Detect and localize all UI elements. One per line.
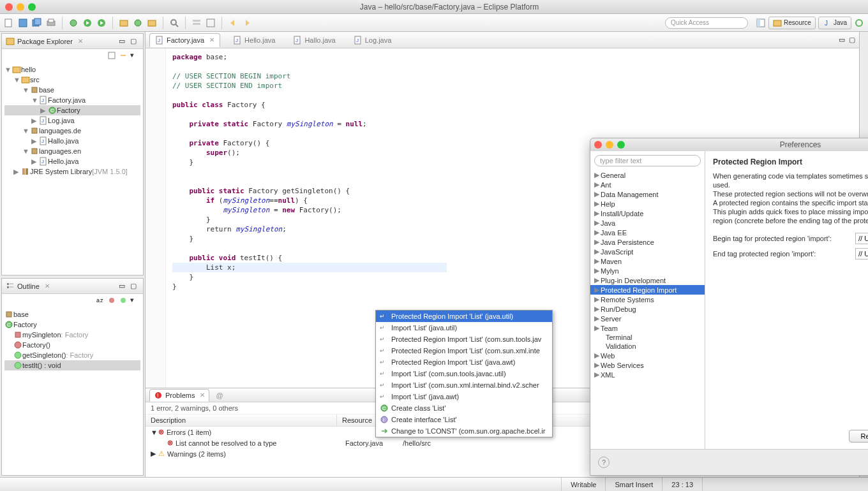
minimize-icon[interactable]: ▭ — [839, 36, 845, 43]
close-icon[interactable]: ✕ — [200, 392, 205, 399]
prefs-tree-node[interactable]: ▶JavaScript — [590, 247, 705, 256]
mark-occurrences-icon[interactable] — [206, 18, 216, 28]
forward-icon[interactable] — [242, 18, 252, 28]
maximize-icon[interactable]: ▢ — [130, 282, 139, 291]
close-icon[interactable]: ✕ — [45, 282, 50, 289]
collapse-all-icon[interactable] — [107, 51, 116, 60]
tree-node[interactable]: ▶J Log.java — [4, 115, 140, 126]
prefs-tree-node[interactable]: ▶Java Persistence — [590, 237, 705, 247]
maximize-icon[interactable]: ▢ — [849, 36, 855, 43]
perspective-java[interactable]: JJava — [818, 17, 851, 29]
new-package-icon[interactable] — [119, 18, 129, 28]
quickfix-item[interactable]: ↵Import 'List' (com.sun.tools.javac.util… — [376, 368, 552, 379]
toggle-breadcrumb-icon[interactable] — [191, 18, 202, 28]
prefs-tree-node[interactable]: ▶Web — [590, 351, 705, 360]
prefs-tree-node[interactable]: ▶Install/Update — [590, 209, 705, 218]
prefs-filter-input[interactable]: type filter text — [594, 155, 701, 166]
tree-node[interactable]: ▼ languages.de — [4, 126, 140, 136]
tree-node[interactable]: ▶C Factory — [4, 105, 140, 115]
begin-tag-input[interactable] — [855, 233, 868, 244]
prefs-tree-node[interactable]: ▶XML — [590, 370, 705, 379]
tree-node[interactable]: ▼ src — [4, 75, 140, 85]
view-menu-icon[interactable]: ▾ — [130, 296, 139, 305]
prefs-tree-node[interactable]: ▶Run/Debug — [590, 304, 705, 314]
prefs-tree-node[interactable]: ▶Java EE — [590, 228, 705, 237]
help-icon[interactable]: ? — [598, 457, 610, 468]
back-icon[interactable] — [228, 18, 238, 28]
prefs-tree-node[interactable]: ▶Ant — [590, 180, 705, 189]
minimize-icon[interactable]: ▭ — [119, 37, 128, 46]
outline-item[interactable]: Factory() — [4, 340, 140, 350]
close-icon[interactable]: ✕ — [78, 38, 83, 45]
prefs-tree-node[interactable]: ▶Protected Region Import — [590, 285, 705, 295]
editor-tab[interactable]: JFactory.java✕ — [149, 33, 220, 47]
prefs-tree-node[interactable]: ▶Java — [590, 218, 705, 228]
prefs-tree-node[interactable]: ▶Data Management — [590, 189, 705, 199]
hide-fields-icon[interactable] — [107, 296, 116, 305]
team-sync-icon[interactable] — [854, 18, 864, 28]
quickfix-item[interactable]: ↵Protected Region Import 'List' (java.aw… — [376, 356, 552, 368]
quickfix-item[interactable]: ↵Import 'List' (java.awt) — [376, 391, 552, 402]
link-editor-icon[interactable] — [119, 51, 128, 60]
tree-node[interactable]: ▶J Hallo.java — [4, 136, 140, 146]
new-class-icon[interactable] — [133, 18, 143, 28]
quick-access-input[interactable]: Quick Access — [665, 17, 748, 29]
quickfix-item[interactable]: ↵Protected Region Import 'List' (java.ut… — [376, 311, 552, 322]
window-zoom-icon[interactable] — [28, 3, 36, 11]
view-menu-icon[interactable]: ▾ — [130, 51, 139, 60]
new-icon[interactable] — [4, 18, 14, 28]
save-all-icon[interactable] — [32, 18, 42, 28]
prefs-tree-node[interactable]: ▶Plug-in Development — [590, 275, 705, 285]
prefs-tree-node[interactable]: ▶Remote Systems — [590, 295, 705, 304]
tree-node[interactable]: ▼ base — [4, 85, 140, 95]
editor-tab[interactable]: JHallo.java — [288, 34, 340, 47]
quickfix-item[interactable]: ↵Import 'List' (java.util) — [376, 322, 552, 333]
col-description[interactable]: Description — [146, 414, 337, 426]
tree-node[interactable]: ▼J Factory.java — [4, 95, 140, 105]
prefs-tree-node[interactable]: Validation — [590, 342, 705, 351]
window-minimize-icon[interactable] — [17, 3, 24, 11]
prefs-tree-node[interactable]: ▶Mylyn — [590, 266, 705, 275]
dialog-zoom-icon[interactable] — [617, 141, 625, 149]
editor-tab[interactable]: JLog.java — [348, 34, 397, 47]
dialog-minimize-icon[interactable] — [606, 141, 613, 149]
debug-icon[interactable] — [68, 18, 79, 28]
tree-node[interactable]: ▶J Hello.java — [4, 156, 140, 166]
outline-item[interactable]: testIt() : void — [4, 360, 140, 370]
prefs-tree-node[interactable]: ▶Maven — [590, 256, 705, 266]
run-last-icon[interactable] — [96, 18, 107, 28]
end-tag-input[interactable] — [855, 248, 868, 260]
editor-gutter[interactable] — [146, 48, 166, 388]
prefs-tree-node[interactable]: ▶Help — [590, 199, 705, 209]
open-perspective-icon[interactable] — [756, 18, 766, 28]
sort-icon[interactable]: az — [96, 296, 105, 305]
print-icon[interactable] — [46, 18, 56, 28]
quickfix-item[interactable]: CCreate class 'List' — [376, 402, 552, 414]
window-close-icon[interactable] — [5, 3, 13, 11]
run-icon[interactable] — [82, 18, 93, 28]
quickfix-item[interactable]: Change to 'LCONST' (com.sun.org.apache.b… — [376, 425, 552, 437]
dialog-close-icon[interactable] — [594, 141, 602, 149]
prefs-tree-node[interactable]: ▶General — [590, 170, 705, 180]
close-icon[interactable]: ✕ — [209, 36, 214, 43]
tree-node[interactable]: ▶ JRE System Library [JVM 1.5.0] — [4, 166, 140, 177]
save-icon[interactable] — [18, 18, 28, 28]
quickfix-item[interactable]: ↵Import 'List' (com.sun.xml.internal.bin… — [376, 379, 552, 391]
search-icon[interactable] — [169, 18, 179, 28]
tree-node[interactable]: ▼ languages.en — [4, 146, 140, 156]
outline-item[interactable]: base — [4, 309, 140, 319]
prefs-tree-node[interactable]: ▶Team — [590, 323, 705, 333]
quickfix-item[interactable]: ↵Protected Region Import 'List' (com.sun… — [376, 333, 552, 345]
hide-static-icon[interactable] — [119, 296, 128, 305]
outline-item[interactable]: getSingleton() : Factory — [4, 350, 140, 360]
outline-item[interactable]: mySingleton : Factory — [4, 330, 140, 340]
prefs-tree-node[interactable]: ▶Server — [590, 314, 705, 323]
tree-node[interactable]: ▼ hello — [4, 64, 140, 75]
problems-tab[interactable]: ! Problems ✕ — [149, 389, 209, 402]
prefs-tree-node[interactable]: Terminal — [590, 333, 705, 342]
outline-item[interactable]: C Factory — [4, 319, 140, 330]
quickfix-item[interactable]: ICreate interface 'List' — [376, 414, 552, 425]
open-type-icon[interactable] — [147, 18, 157, 28]
maximize-icon[interactable]: ▢ — [130, 37, 139, 46]
prefs-tree-node[interactable]: ▶Web Services — [590, 360, 705, 370]
